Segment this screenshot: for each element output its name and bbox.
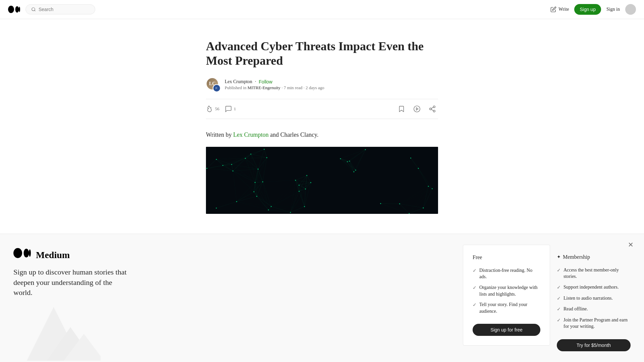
nav-right: Write Sign up Sign in (550, 4, 636, 15)
author-avatar-secondary: 🏳 (213, 84, 221, 92)
author-name-line: Lex Crumpton · Follow (225, 79, 324, 84)
hero-image (206, 147, 438, 214)
action-left: 56 1 (206, 105, 236, 113)
written-by: Written by Lex Crumpton and Charles Clan… (206, 130, 438, 140)
author-info: Lex Crumpton · Follow Published in MITRE… (225, 79, 324, 90)
nav-left (8, 4, 95, 14)
publication-link[interactable]: MITRE-Engenuity (248, 85, 280, 90)
read-time: 7 min read (284, 85, 303, 90)
written-by-prefix: Written by (206, 131, 232, 138)
author-link[interactable]: Lex Crumpton (233, 131, 269, 138)
svg-line-10 (431, 107, 433, 109)
time-ago: 2 days ago (306, 85, 324, 90)
save-button[interactable] (396, 103, 407, 115)
author-name[interactable]: Lex Crumpton (225, 79, 252, 84)
signup-button[interactable]: Sign up (574, 4, 601, 15)
share-button[interactable] (427, 103, 438, 115)
navigation: Write Sign up Sign in (0, 0, 644, 19)
svg-point-3 (32, 8, 35, 11)
published-prefix: Published in (225, 85, 247, 90)
article-body: Written by Lex Crumpton and Charles Clan… (206, 130, 438, 214)
svg-point-8 (433, 110, 435, 112)
author-row: LC 🏳 Lex Crumpton · Follow Published in … (206, 77, 438, 92)
svg-line-9 (431, 110, 433, 111)
follow-button[interactable]: Follow (259, 79, 272, 84)
svg-point-6 (433, 106, 435, 108)
medium-logo[interactable] (8, 6, 20, 13)
dot-separator: · (255, 79, 256, 84)
svg-point-7 (430, 108, 432, 110)
search-bar[interactable] (25, 4, 95, 14)
action-bar: 56 1 (206, 99, 438, 119)
svg-point-1 (15, 6, 19, 13)
clap-icon (206, 105, 213, 113)
svg-point-0 (8, 6, 14, 13)
clap-count: 56 (215, 106, 219, 112)
write-icon (550, 6, 556, 12)
avatar[interactable] (625, 4, 636, 15)
write-button[interactable]: Write (550, 6, 569, 12)
action-right (396, 103, 438, 115)
search-icon (31, 7, 36, 12)
author-meta: Published in MITRE-Engenuity · 7 min rea… (225, 85, 324, 90)
comment-button[interactable]: 1 (225, 105, 236, 113)
svg-marker-5 (416, 108, 418, 110)
listen-button[interactable] (411, 103, 423, 115)
comment-count: 1 (234, 106, 236, 112)
article-container: Advanced Cyber Threats Impact Even the M… (198, 19, 446, 227)
svg-point-4 (414, 106, 420, 112)
search-input[interactable] (39, 7, 90, 12)
signin-link[interactable]: Sign in (606, 7, 620, 12)
clap-button[interactable]: 56 (206, 105, 219, 113)
article-title: Advanced Cyber Threats Impact Even the M… (206, 39, 438, 68)
hero-canvas (206, 147, 438, 214)
author-avatars: LC 🏳 (206, 77, 221, 92)
co-author: and Charles Clancy. (270, 131, 318, 138)
comment-icon (225, 105, 232, 113)
svg-point-2 (19, 7, 20, 12)
medium-logo-icon (8, 6, 20, 13)
write-label: Write (558, 7, 569, 12)
